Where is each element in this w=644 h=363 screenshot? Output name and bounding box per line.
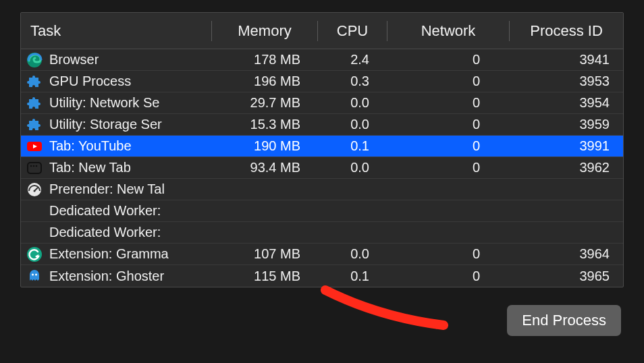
svg-point-4 [30, 165, 32, 167]
task-name: Browser [49, 52, 99, 67]
table-body: Browser178 MB2.403941GPU Process196 MB0.… [21, 49, 623, 287]
cell-process-id: 3965 [507, 265, 620, 287]
task-name: Prerender: New Tal [49, 182, 165, 197]
footer: End Process [20, 287, 624, 336]
cell-process-id: 3991 [507, 136, 620, 157]
cell-network: 0 [385, 157, 507, 178]
cell-network [385, 200, 507, 221]
table-row[interactable]: Utility: Network Se29.7 MB0.003954 [21, 92, 623, 114]
task-name: Extension: Gramma [49, 246, 169, 262]
cell-task: Extension: Gramma [21, 244, 211, 264]
cell-cpu: 0.0 [317, 244, 385, 264]
cell-task: Dedicated Worker: [21, 200, 211, 221]
cell-memory: 196 MB [211, 71, 317, 92]
cell-process-id: 3959 [507, 114, 620, 135]
cell-network: 0 [385, 92, 507, 113]
task-name: Utility: Storage Ser [49, 117, 162, 132]
header-memory[interactable]: Memory [212, 13, 317, 49]
task-name: Dedicated Worker: [49, 203, 161, 219]
cell-cpu [317, 179, 385, 200]
task-name: Extension: Ghoster [49, 269, 164, 284]
table-row[interactable]: Browser178 MB2.403941 [21, 49, 623, 71]
ghostery-icon [26, 268, 43, 284]
header-cpu[interactable]: CPU [318, 13, 387, 49]
cell-memory [211, 179, 317, 200]
newtab-icon [26, 160, 43, 176]
grammarly-icon [26, 246, 43, 262]
svg-point-6 [36, 165, 38, 167]
cell-cpu: 0.1 [317, 265, 385, 287]
cell-task: GPU Process [21, 71, 211, 92]
table-row[interactable]: Utility: Storage Ser15.3 MB0.003959 [21, 114, 623, 136]
cell-task: Extension: Ghoster [21, 265, 211, 287]
puzzle-icon [26, 74, 43, 90]
cell-memory [211, 200, 317, 221]
cell-task: Tab: New Tab [21, 157, 211, 178]
cell-process-id [507, 179, 620, 200]
task-manager-window: Task Memory CPU Network Process ID Brows… [20, 12, 624, 287]
cell-cpu: 0.0 [317, 157, 385, 178]
cell-memory: 115 MB [211, 265, 317, 287]
header-network[interactable]: Network [387, 13, 509, 49]
cell-cpu: 0.0 [317, 114, 385, 135]
edge-icon [26, 52, 43, 68]
cell-task: Dedicated Worker: [21, 222, 211, 243]
cell-task: Browser [21, 49, 211, 70]
cell-network: 0 [385, 244, 507, 264]
cell-memory: 107 MB [211, 244, 317, 264]
svg-point-12 [32, 274, 34, 276]
cell-process-id: 3962 [507, 157, 620, 178]
cell-process-id: 3964 [507, 244, 620, 264]
cell-cpu: 0.0 [317, 92, 385, 113]
cell-memory: 15.3 MB [211, 114, 317, 135]
cell-task: Tab: YouTube [21, 136, 211, 157]
task-name: Dedicated Worker: [49, 225, 161, 240]
task-name: Tab: YouTube [49, 138, 132, 154]
cell-memory: 93.4 MB [211, 157, 317, 178]
table-row[interactable]: Dedicated Worker: [21, 200, 623, 222]
cell-task: Utility: Storage Ser [21, 114, 211, 135]
svg-rect-3 [28, 163, 41, 173]
task-name: Utility: Network Se [49, 95, 159, 111]
cell-process-id: 3954 [507, 92, 620, 113]
cell-network: 0 [385, 49, 507, 70]
cell-memory: 190 MB [211, 136, 317, 157]
cell-cpu: 0.3 [317, 71, 385, 92]
table-header: Task Memory CPU Network Process ID [21, 13, 623, 49]
cell-task: Prerender: New Tal [21, 179, 211, 200]
table-row[interactable]: Tab: YouTube190 MB0.103991 [21, 136, 623, 157]
cell-cpu: 0.1 [317, 136, 385, 157]
cell-network [385, 179, 507, 200]
puzzle-icon [26, 117, 43, 133]
cell-process-id: 3941 [507, 49, 620, 70]
cell-network: 0 [385, 136, 507, 157]
cell-process-id [507, 200, 620, 221]
table-row[interactable]: Prerender: New Tal [21, 179, 623, 200]
cell-memory: 29.7 MB [211, 92, 317, 113]
end-process-button[interactable]: End Process [507, 305, 621, 336]
cell-network: 0 [385, 71, 507, 92]
table-row[interactable]: Extension: Ghoster115 MB0.103965 [21, 265, 623, 287]
puzzle-icon [26, 95, 43, 111]
header-task[interactable]: Task [21, 13, 211, 49]
cell-memory: 178 MB [211, 49, 317, 70]
cell-network: 0 [385, 265, 507, 287]
cell-cpu: 2.4 [317, 49, 385, 70]
svg-point-9 [34, 190, 36, 192]
cell-process-id: 3953 [507, 71, 620, 92]
cell-memory [211, 222, 317, 243]
table-row[interactable]: Dedicated Worker: [21, 222, 623, 244]
task-name: GPU Process [49, 74, 131, 89]
svg-point-13 [35, 274, 37, 276]
gauge-icon [26, 182, 43, 198]
cell-network: 0 [385, 114, 507, 135]
svg-point-5 [33, 165, 35, 167]
cell-cpu [317, 200, 385, 221]
table-row[interactable]: GPU Process196 MB0.303953 [21, 71, 623, 92]
cell-process-id [507, 222, 620, 243]
table-row[interactable]: Extension: Gramma107 MB0.003964 [21, 244, 623, 265]
cell-network [385, 222, 507, 243]
cell-cpu [317, 222, 385, 243]
table-row[interactable]: Tab: New Tab93.4 MB0.003962 [21, 157, 623, 179]
header-process-id[interactable]: Process ID [510, 13, 623, 49]
